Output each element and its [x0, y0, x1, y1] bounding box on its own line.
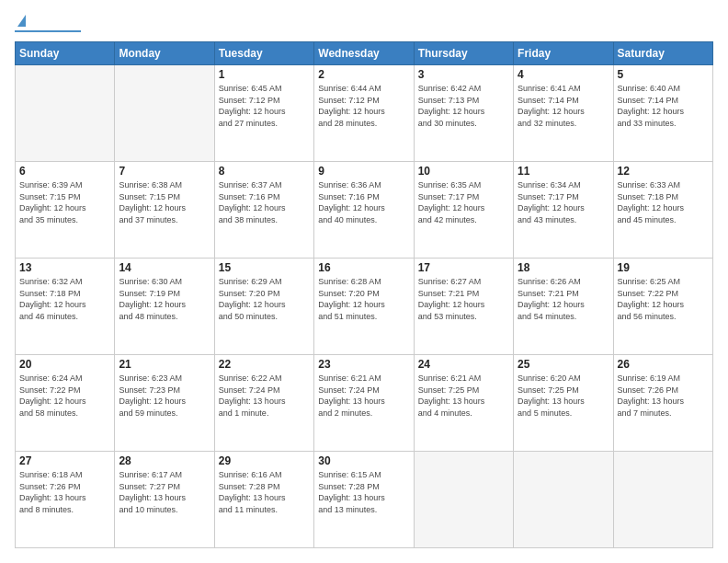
day-info: Sunrise: 6:21 AM Sunset: 7:24 PM Dayligh…: [318, 373, 409, 419]
calendar-cell: [613, 452, 712, 548]
day-number: 20: [19, 358, 110, 371]
day-info: Sunrise: 6:19 AM Sunset: 7:26 PM Dayligh…: [618, 373, 709, 419]
logo-underline: [15, 30, 81, 32]
weekday-header-thursday: Thursday: [414, 42, 513, 65]
calendar-cell: 12Sunrise: 6:33 AM Sunset: 7:18 PM Dayli…: [613, 162, 712, 259]
calendar-cell: [514, 452, 613, 548]
day-info: Sunrise: 6:15 AM Sunset: 7:28 PM Dayligh…: [318, 469, 409, 515]
day-info: Sunrise: 6:38 AM Sunset: 7:15 PM Dayligh…: [119, 179, 210, 225]
calendar-cell: 21Sunrise: 6:23 AM Sunset: 7:23 PM Dayli…: [115, 355, 214, 452]
day-info: Sunrise: 6:34 AM Sunset: 7:17 PM Dayligh…: [518, 179, 609, 225]
day-info: Sunrise: 6:24 AM Sunset: 7:22 PM Dayligh…: [19, 373, 110, 419]
day-number: 24: [418, 358, 509, 371]
calendar-cell: 26Sunrise: 6:19 AM Sunset: 7:26 PM Dayli…: [613, 355, 712, 452]
day-info: Sunrise: 6:45 AM Sunset: 7:12 PM Dayligh…: [219, 83, 310, 129]
day-number: 2: [318, 68, 409, 81]
page-container: SundayMondayTuesdayWednesdayThursdayFrid…: [0, 0, 728, 563]
day-info: Sunrise: 6:22 AM Sunset: 7:24 PM Dayligh…: [219, 373, 310, 419]
day-number: 14: [119, 261, 210, 274]
day-number: 16: [318, 261, 409, 274]
calendar-cell: 13Sunrise: 6:32 AM Sunset: 7:18 PM Dayli…: [16, 259, 115, 355]
calendar-cell: 7Sunrise: 6:38 AM Sunset: 7:15 PM Daylig…: [115, 162, 214, 259]
calendar-cell: 5Sunrise: 6:40 AM Sunset: 7:14 PM Daylig…: [613, 65, 712, 162]
day-info: Sunrise: 6:29 AM Sunset: 7:20 PM Dayligh…: [219, 276, 310, 322]
day-info: Sunrise: 6:36 AM Sunset: 7:16 PM Dayligh…: [318, 179, 409, 225]
logo-triangle-icon: [17, 15, 26, 27]
day-number: 10: [418, 165, 509, 178]
day-info: Sunrise: 6:35 AM Sunset: 7:17 PM Dayligh…: [418, 179, 509, 225]
day-number: 27: [19, 454, 110, 467]
calendar-cell: [115, 65, 214, 162]
weekday-header-tuesday: Tuesday: [214, 42, 313, 65]
calendar-cell: 4Sunrise: 6:41 AM Sunset: 7:14 PM Daylig…: [514, 65, 613, 162]
calendar-cell: 9Sunrise: 6:36 AM Sunset: 7:16 PM Daylig…: [314, 162, 414, 259]
day-info: Sunrise: 6:42 AM Sunset: 7:13 PM Dayligh…: [418, 83, 509, 129]
day-info: Sunrise: 6:18 AM Sunset: 7:26 PM Dayligh…: [19, 469, 110, 515]
calendar-cell: [414, 452, 513, 548]
day-number: 7: [119, 165, 210, 178]
weekday-header-saturday: Saturday: [613, 42, 712, 65]
day-number: 5: [618, 68, 709, 81]
header: [15, 15, 713, 32]
day-number: 17: [418, 261, 509, 274]
week-row-5: 27Sunrise: 6:18 AM Sunset: 7:26 PM Dayli…: [16, 452, 713, 548]
calendar-cell: 11Sunrise: 6:34 AM Sunset: 7:17 PM Dayli…: [514, 162, 613, 259]
day-info: Sunrise: 6:21 AM Sunset: 7:25 PM Dayligh…: [418, 373, 509, 419]
calendar-cell: 15Sunrise: 6:29 AM Sunset: 7:20 PM Dayli…: [214, 259, 313, 355]
day-number: 8: [219, 165, 310, 178]
calendar-cell: 10Sunrise: 6:35 AM Sunset: 7:17 PM Dayli…: [414, 162, 513, 259]
day-number: 1: [219, 68, 310, 81]
day-info: Sunrise: 6:25 AM Sunset: 7:22 PM Dayligh…: [618, 276, 709, 322]
calendar-cell: 29Sunrise: 6:16 AM Sunset: 7:28 PM Dayli…: [214, 452, 313, 548]
day-number: 13: [19, 261, 110, 274]
calendar-cell: [16, 65, 115, 162]
logo: [15, 15, 81, 32]
calendar-cell: 28Sunrise: 6:17 AM Sunset: 7:27 PM Dayli…: [115, 452, 214, 548]
day-number: 18: [518, 261, 609, 274]
day-info: Sunrise: 6:33 AM Sunset: 7:18 PM Dayligh…: [618, 179, 709, 225]
calendar-cell: 27Sunrise: 6:18 AM Sunset: 7:26 PM Dayli…: [16, 452, 115, 548]
calendar-cell: 23Sunrise: 6:21 AM Sunset: 7:24 PM Dayli…: [314, 355, 414, 452]
day-number: 19: [618, 261, 709, 274]
day-number: 15: [219, 261, 310, 274]
calendar-cell: 8Sunrise: 6:37 AM Sunset: 7:16 PM Daylig…: [214, 162, 313, 259]
day-number: 28: [119, 454, 210, 467]
weekday-header-sunday: Sunday: [16, 42, 115, 65]
day-number: 29: [219, 454, 310, 467]
day-info: Sunrise: 6:26 AM Sunset: 7:21 PM Dayligh…: [518, 276, 609, 322]
day-number: 22: [219, 358, 310, 371]
day-number: 6: [19, 165, 110, 178]
calendar-cell: 25Sunrise: 6:20 AM Sunset: 7:25 PM Dayli…: [514, 355, 613, 452]
calendar-cell: 1Sunrise: 6:45 AM Sunset: 7:12 PM Daylig…: [214, 65, 313, 162]
day-number: 11: [518, 165, 609, 178]
weekday-header-wednesday: Wednesday: [314, 42, 414, 65]
day-info: Sunrise: 6:40 AM Sunset: 7:14 PM Dayligh…: [618, 83, 709, 129]
day-info: Sunrise: 6:16 AM Sunset: 7:28 PM Dayligh…: [219, 469, 310, 515]
weekday-header-row: SundayMondayTuesdayWednesdayThursdayFrid…: [16, 42, 713, 65]
calendar-cell: 14Sunrise: 6:30 AM Sunset: 7:19 PM Dayli…: [115, 259, 214, 355]
day-info: Sunrise: 6:32 AM Sunset: 7:18 PM Dayligh…: [19, 276, 110, 322]
calendar-cell: 24Sunrise: 6:21 AM Sunset: 7:25 PM Dayli…: [414, 355, 513, 452]
day-info: Sunrise: 6:27 AM Sunset: 7:21 PM Dayligh…: [418, 276, 509, 322]
day-info: Sunrise: 6:39 AM Sunset: 7:15 PM Dayligh…: [19, 179, 110, 225]
calendar-cell: 6Sunrise: 6:39 AM Sunset: 7:15 PM Daylig…: [16, 162, 115, 259]
day-number: 21: [119, 358, 210, 371]
day-info: Sunrise: 6:41 AM Sunset: 7:14 PM Dayligh…: [518, 83, 609, 129]
calendar-cell: 2Sunrise: 6:44 AM Sunset: 7:12 PM Daylig…: [314, 65, 414, 162]
day-number: 23: [318, 358, 409, 371]
week-row-4: 20Sunrise: 6:24 AM Sunset: 7:22 PM Dayli…: [16, 355, 713, 452]
day-info: Sunrise: 6:37 AM Sunset: 7:16 PM Dayligh…: [219, 179, 310, 225]
day-number: 3: [418, 68, 509, 81]
day-number: 25: [518, 358, 609, 371]
calendar-cell: 30Sunrise: 6:15 AM Sunset: 7:28 PM Dayli…: [314, 452, 414, 548]
day-info: Sunrise: 6:28 AM Sunset: 7:20 PM Dayligh…: [318, 276, 409, 322]
calendar: SundayMondayTuesdayWednesdayThursdayFrid…: [15, 41, 713, 548]
weekday-header-friday: Friday: [514, 42, 613, 65]
week-row-1: 1Sunrise: 6:45 AM Sunset: 7:12 PM Daylig…: [16, 65, 713, 162]
day-info: Sunrise: 6:17 AM Sunset: 7:27 PM Dayligh…: [119, 469, 210, 515]
calendar-cell: 16Sunrise: 6:28 AM Sunset: 7:20 PM Dayli…: [314, 259, 414, 355]
day-info: Sunrise: 6:20 AM Sunset: 7:25 PM Dayligh…: [518, 373, 609, 419]
day-number: 4: [518, 68, 609, 81]
calendar-cell: 19Sunrise: 6:25 AM Sunset: 7:22 PM Dayli…: [613, 259, 712, 355]
week-row-3: 13Sunrise: 6:32 AM Sunset: 7:18 PM Dayli…: [16, 259, 713, 355]
